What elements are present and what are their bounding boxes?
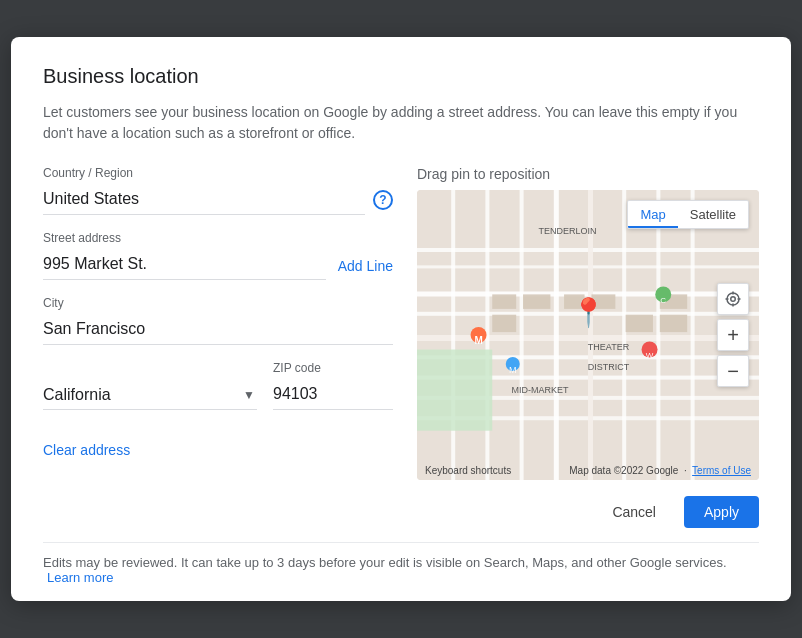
business-location-modal: Business location Let customers see your… [11,37,791,601]
modal-footer: Cancel Apply Edits may be reviewed. It c… [11,480,791,601]
svg-text:DISTRICT: DISTRICT [588,362,630,372]
svg-text:M: M [509,365,517,375]
apply-button[interactable]: Apply [684,496,759,528]
country-field-group: Country / Region ? [43,166,393,215]
drag-pin-label: Drag pin to reposition [417,166,759,182]
add-line-button[interactable]: Add Line [338,258,393,280]
help-icon[interactable]: ? [373,190,393,210]
footer-notice: Edits may be reviewed. It can take up to… [43,542,759,585]
country-input[interactable] [43,184,365,215]
svg-point-39 [731,297,736,302]
svg-rect-28 [626,315,653,332]
svg-rect-25 [492,315,516,332]
street-field-group: Street address Add Line [43,231,393,280]
zoom-in-button[interactable]: + [717,319,749,351]
zip-input[interactable] [273,379,393,410]
svg-text:MID-MARKET: MID-MARKET [512,385,569,395]
locate-icon [724,290,742,308]
cancel-button[interactable]: Cancel [592,496,676,528]
svg-text:W: W [646,351,654,360]
map-pin[interactable]: 📍 [571,296,606,329]
locate-button[interactable] [717,283,749,315]
state-select[interactable]: California [43,380,257,410]
city-field-group: City [43,296,393,345]
state-select-wrapper: California ▼ [43,380,257,410]
svg-rect-17 [691,190,695,480]
svg-point-40 [727,293,739,305]
modal-body: Business location Let customers see your… [11,37,791,480]
street-label: Street address [43,231,393,245]
modal-overlay: Business location Let customers see your… [0,0,802,638]
map-type-map-button[interactable]: Map [628,201,677,228]
map-svg: TENDERLOIN THEATER DISTRICT MID-MARKET [417,190,759,480]
svg-text:C: C [660,296,666,305]
svg-text:M: M [474,335,482,346]
city-label: City [43,296,393,310]
svg-text:THEATER: THEATER [588,342,630,352]
svg-rect-10 [451,190,455,480]
map-controls: + − [717,283,749,387]
svg-rect-23 [492,294,516,309]
city-input[interactable] [43,314,393,345]
svg-rect-16 [656,190,660,480]
svg-text:TENDERLOIN: TENDERLOIN [538,226,596,236]
svg-rect-15 [622,190,626,480]
form-section: Country / Region ? Street address Add Li… [43,166,393,480]
map-container[interactable]: TENDERLOIN THEATER DISTRICT MID-MARKET [417,190,759,480]
street-input[interactable] [43,249,326,280]
zoom-out-button[interactable]: − [717,355,749,387]
svg-rect-18 [417,350,492,431]
footer-actions: Cancel Apply [43,496,759,528]
clear-address-button[interactable]: Clear address [43,442,393,458]
map-type-buttons: Map Satellite [627,200,749,229]
state-zip-group: California ▼ ZIP code [43,361,393,410]
map-attribution: Map data ©2022 Google · Terms of Use [569,465,751,476]
svg-rect-12 [520,190,524,480]
zip-group: ZIP code [273,361,393,410]
map-keyboard-shortcuts: Keyboard shortcuts [425,465,511,476]
form-map-row: Country / Region ? Street address Add Li… [43,166,759,480]
zip-label: ZIP code [273,361,393,375]
modal-description: Let customers see your business location… [43,102,759,144]
country-row: ? [43,184,393,215]
learn-more-link[interactable]: Learn more [47,570,113,585]
street-row: Add Line [43,249,393,280]
modal-title: Business location [43,65,759,88]
svg-rect-30 [660,315,687,332]
svg-rect-24 [523,294,550,309]
country-label: Country / Region [43,166,393,180]
map-type-satellite-button[interactable]: Satellite [678,201,748,228]
map-section: Drag pin to reposition [417,166,759,480]
